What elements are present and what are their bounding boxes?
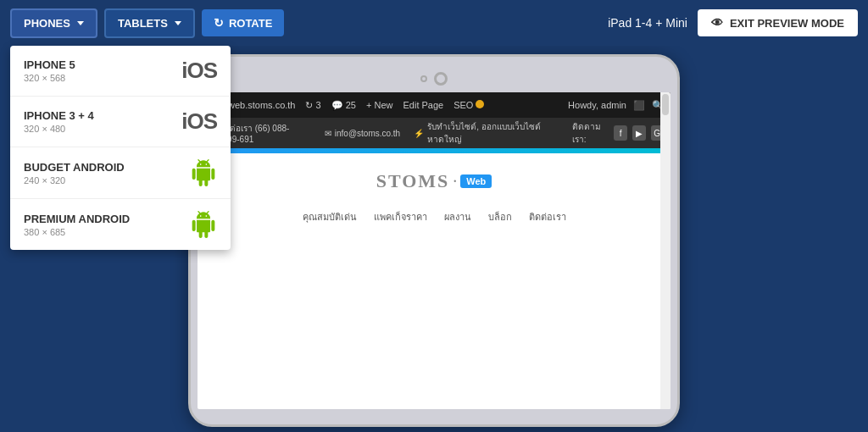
site-content-area: STOMS · Web คุณสมบัติเด่น แพคเก็จราคา ผล… — [198, 153, 670, 241]
wp-user-icon: ⬛ — [633, 100, 645, 111]
rotate-button[interactable]: ↻ ROTATE — [202, 9, 285, 36]
info-bar: 📱 ติดต่อเรา (66) 088-3999-691 ✉ info@sto… — [198, 118, 670, 148]
list-item[interactable]: BUDGET ANDROID 240 × 320 — [10, 147, 231, 199]
wp-bar-right: Howdy, admin ⬛ 🔍 — [568, 100, 664, 111]
site-logo: STOMS · Web — [376, 170, 492, 192]
follow-label: ติดตามเรา: — [572, 120, 609, 146]
scrollbar-track — [660, 92, 670, 409]
site-nav: คุณสมบัติเด่น แพคเก็จราคา ผลงาน บล็อก ติ… — [303, 209, 566, 224]
nav-item-blog[interactable]: บล็อก — [488, 209, 512, 224]
ios-icon: iOS — [181, 58, 217, 84]
android-icon — [190, 159, 217, 186]
camera-dot-small — [420, 75, 427, 82]
service-label: รับทำเว็บไซต์, ออกแบบเว็บไซต์ หาดใหญ่ — [427, 120, 559, 146]
email-label: info@stoms.co.th — [335, 129, 400, 138]
tablets-label: TABLETS — [118, 17, 168, 30]
list-item[interactable]: IPHONE 3 + 4 320 × 480 iOS — [10, 97, 231, 147]
logo-web-badge: Web — [460, 174, 492, 188]
item-size: 320 × 480 — [24, 124, 94, 134]
exit-preview-button[interactable]: 👁 EXIT PREVIEW MODE — [698, 9, 858, 36]
facebook-icon[interactable]: f — [614, 125, 627, 141]
nav-item-portfolio[interactable]: ผลงาน — [444, 209, 471, 224]
youtube-icon[interactable]: ▶ — [632, 125, 646, 141]
toolbar-right: iPad 1-4 + Mini 👁 EXIT PREVIEW MODE — [608, 9, 858, 36]
phones-label: PHONES — [24, 17, 70, 30]
tablets-dropdown-button[interactable]: TABLETS — [104, 8, 195, 38]
android-icon — [190, 211, 217, 238]
wp-refresh: ↻ 3 — [305, 100, 320, 111]
wp-comments: 💬 25 — [331, 100, 356, 111]
list-item[interactable]: PREMIUM ANDROID 380 × 685 — [10, 199, 231, 250]
ios-icon: iOS — [181, 108, 217, 135]
tablets-chevron-icon — [175, 21, 181, 25]
logo-stoms-text: STOMS — [376, 170, 450, 192]
item-size: 240 × 320 — [24, 175, 125, 186]
phones-dropdown: IPHONE 5 320 × 568 iOS IPHONE 3 + 4 320 … — [10, 46, 231, 250]
exit-preview-label: EXIT PREVIEW MODE — [730, 17, 844, 30]
tablet-screen[interactable]: W web.stoms.co.th ↻ 3 💬 25 + New Edit Pa… — [198, 92, 670, 409]
item-name: IPHONE 3 + 4 — [24, 109, 94, 122]
camera-area — [420, 72, 448, 86]
wp-new: + New — [366, 100, 393, 110]
phone-label: ติดต่อเรา (66) 088-3999-691 — [218, 122, 311, 144]
item-name: IPHONE 5 — [24, 58, 75, 71]
eye-icon: 👁 — [711, 16, 723, 30]
wp-site-url: web.stoms.co.th — [228, 100, 295, 110]
nav-item-packages[interactable]: แพคเก็จราคา — [374, 209, 427, 224]
bolt-icon: ⚡ — [414, 129, 424, 138]
email-icon: ✉ — [325, 129, 331, 138]
rotate-label: ROTATE — [229, 17, 273, 30]
list-item[interactable]: IPHONE 5 320 × 568 iOS — [10, 46, 231, 97]
nav-item-contact[interactable]: ติดต่อเรา — [529, 209, 566, 224]
phones-dropdown-button[interactable]: PHONES — [10, 8, 97, 38]
wp-admin-bar: W web.stoms.co.th ↻ 3 💬 25 + New Edit Pa… — [198, 92, 670, 118]
item-name: BUDGET ANDROID — [24, 161, 125, 174]
camera-dot-large — [434, 72, 448, 86]
phones-chevron-icon — [77, 21, 84, 25]
item-size: 320 × 568 — [24, 73, 75, 83]
item-size: 380 × 685 — [24, 227, 130, 237]
wp-howdy: Howdy, admin — [568, 100, 626, 110]
item-name: PREMIUM ANDROID — [24, 213, 130, 225]
screen-content: W web.stoms.co.th ↻ 3 💬 25 + New Edit Pa… — [198, 92, 670, 409]
scrollbar-handle[interactable] — [662, 94, 669, 115]
wp-seo: SEO — [453, 100, 484, 110]
device-label: iPad 1-4 + Mini — [608, 16, 687, 30]
seo-dot — [476, 100, 484, 108]
logo-dot: · — [453, 172, 457, 191]
wp-edit-page: Edit Page — [403, 100, 443, 110]
top-toolbar: PHONES TABLETS ↻ ROTATE iPad 1-4 + Mini … — [0, 0, 868, 46]
tablet-frame: W web.stoms.co.th ↻ 3 💬 25 + New Edit Pa… — [188, 54, 680, 427]
rotate-icon: ↻ — [214, 16, 224, 30]
nav-item-features[interactable]: คุณสมบัติเด่น — [303, 209, 357, 224]
